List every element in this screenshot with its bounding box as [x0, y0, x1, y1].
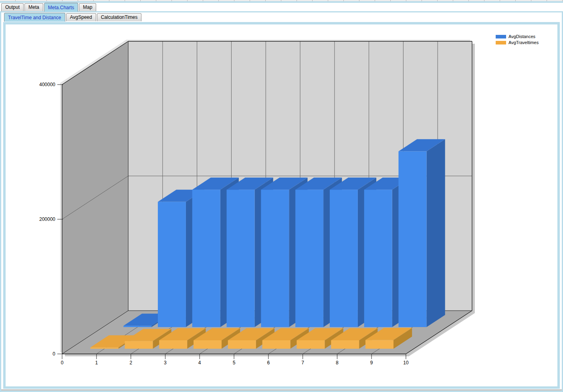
xtick-label-1: 1 — [95, 360, 98, 366]
xtick-label-10: 10 — [403, 360, 409, 366]
xtick-label-2: 2 — [129, 360, 132, 366]
tab-traveltime-and-distance[interactable]: TravelTime and Distance — [4, 13, 65, 22]
legend-swatch-avgtraveltimes — [496, 41, 506, 44]
legend-label: AvgDistances — [509, 34, 535, 39]
bar-avgdistances-x9 — [399, 139, 445, 327]
window-bottom-divider — [1, 390, 562, 390]
xtick-label-9: 9 — [370, 360, 373, 366]
travel-time-distance-chart: 0200000400000012345678910 — [0, 0, 563, 392]
primary-tab-bar: OutputMetaMeta.ChartsMap — [1, 3, 96, 11]
tab-meta[interactable]: Meta — [24, 3, 43, 11]
xtick-label-0: 0 — [61, 360, 64, 366]
xtick-label-5: 5 — [233, 360, 236, 366]
xtick-label-4: 4 — [198, 360, 201, 366]
xtick-label-6: 6 — [267, 360, 270, 366]
tab-avgspeed[interactable]: AvgSpeed — [66, 13, 96, 21]
legend-label: AvgTraveltimes — [509, 40, 539, 45]
tab-meta-charts[interactable]: Meta.Charts — [44, 3, 78, 12]
ytick-label-400000: 400000 — [39, 82, 55, 87]
xtick-label-8: 8 — [336, 360, 339, 366]
xtick-label-3: 3 — [164, 360, 167, 366]
legend-item-avgtraveltimes: AvgTraveltimes — [496, 40, 539, 45]
ytick-label-0: 0 — [52, 351, 55, 357]
tab-map[interactable]: Map — [79, 3, 96, 11]
tab-calculationtimes[interactable]: CalculationTimes — [97, 13, 142, 21]
legend-swatch-avgdistances — [496, 35, 506, 38]
chart-legend: AvgDistancesAvgTraveltimes — [496, 34, 539, 46]
ytick-label-200000: 200000 — [39, 216, 55, 222]
secondary-tab-bar: TravelTime and DistanceAvgSpeedCalculati… — [4, 13, 141, 21]
xtick-label-7: 7 — [301, 360, 304, 366]
legend-item-avgdistances: AvgDistances — [496, 34, 539, 39]
tab-output[interactable]: Output — [1, 3, 24, 11]
